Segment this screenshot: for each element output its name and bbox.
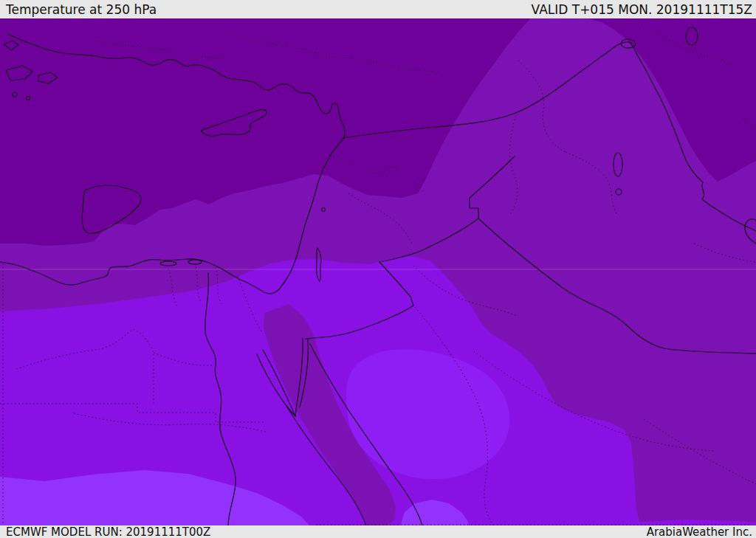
weather-map (0, 0, 756, 538)
valid-time-label: VALID T+015 MON. 20191111T15Z (532, 1, 752, 18)
weather-map-screen: Temperature at 250 hPa VALID T+015 MON. … (0, 0, 756, 538)
model-run-label: ECMWF MODEL RUN: 20191111T00Z (6, 526, 210, 538)
temperature-bands (0, 18, 756, 526)
header-bar: Temperature at 250 hPa VALID T+015 MON. … (0, 0, 756, 18)
map-title: Temperature at 250 hPa (6, 1, 157, 18)
footer-bar: ECMWF MODEL RUN: 20191111T00Z ArabiaWeat… (0, 525, 756, 538)
credit-label: ArabiaWeather Inc. (647, 526, 752, 538)
